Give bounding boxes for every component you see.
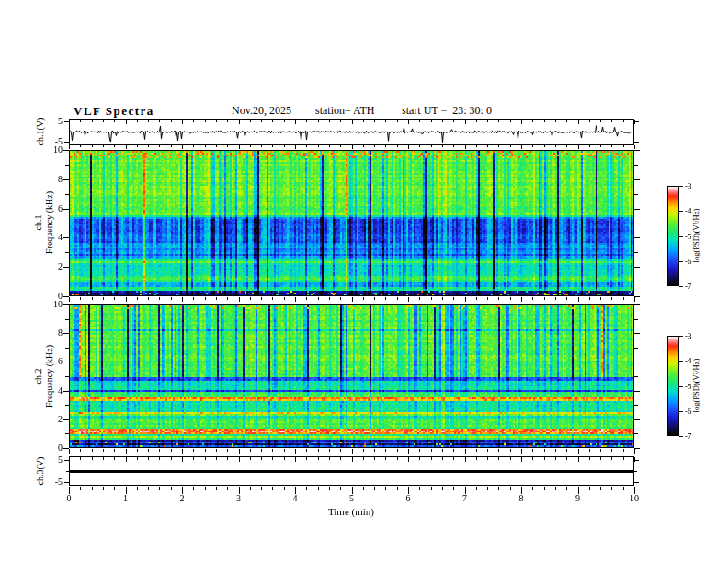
colorbar-tick-label: -4	[685, 356, 705, 365]
x-tick-label: 8	[507, 493, 535, 504]
colorbar-2	[667, 336, 679, 436]
x-tick-label: 2	[168, 493, 196, 504]
y-tick-label: 5	[39, 454, 63, 465]
y-tick-label: 6	[39, 356, 63, 367]
x-tick-label: 10	[620, 493, 648, 504]
x-tick-label: 3	[225, 493, 253, 504]
y-tick-label: 2	[39, 414, 63, 425]
colorbar-tick-label: -6	[685, 257, 705, 266]
start-ut-label: start UT = 23: 30: 0	[402, 104, 492, 118]
spectrogram-canvas-ch2	[70, 305, 633, 447]
colorbar-tick-label: -5	[685, 232, 705, 241]
time-axis-label: Time (min)	[287, 506, 415, 517]
colorbar-1	[667, 186, 679, 286]
x-tick-label: 1	[112, 493, 140, 504]
y-tick-label: 10	[39, 299, 63, 310]
y-tick-label: -5	[39, 477, 63, 488]
waveform-canvas-ch1	[70, 120, 633, 144]
colorbar-tick-label: -3	[685, 181, 705, 190]
x-tick-label: 7	[451, 493, 479, 504]
y-tick-label: 5	[39, 116, 63, 127]
waveform-canvas-ch3	[70, 457, 633, 485]
colorbar-2-gradient	[668, 337, 678, 435]
spectrogram-panel-ch1	[69, 150, 634, 296]
waveform-panel-ch3	[69, 456, 634, 486]
y-tick-label: 2	[39, 261, 63, 272]
y-tick-label: 8	[39, 327, 63, 339]
x-tick-label: 6	[394, 493, 422, 504]
y-tick-label: 4	[39, 232, 63, 243]
colorbar-tick-label: -7	[685, 282, 705, 291]
colorbar-tick-label: -3	[685, 331, 705, 340]
y-tick-label: -5	[39, 136, 63, 147]
wave3-y-axis-label: ch.3(V)	[35, 416, 48, 526]
x-tick-label: 4	[281, 493, 309, 504]
colorbar-tick-label: -6	[685, 407, 705, 416]
spectrogram-panel-ch2	[69, 304, 634, 448]
station-label: station= ATH	[315, 104, 374, 118]
waveform-panel-ch1	[69, 119, 634, 145]
spectrogram-canvas-ch1	[70, 151, 633, 295]
y-tick-label: 0	[39, 442, 63, 454]
colorbar-tick-label: -7	[685, 431, 705, 441]
figure-date: Nov.20, 2025	[232, 104, 291, 118]
x-tick-label: 9	[564, 493, 592, 504]
x-tick-label: 5	[338, 493, 366, 504]
y-tick-label: 6	[39, 203, 63, 214]
y-tick-label: 4	[39, 385, 63, 396]
colorbar-tick-label: -5	[685, 382, 705, 391]
vlf-spectra-figure: VLF Spectra Nov.20, 2025 station= ATH st…	[0, 0, 728, 563]
x-tick-label: 0	[55, 493, 83, 504]
colorbar-tick-label: -4	[685, 206, 705, 215]
figure-title: VLF Spectra	[74, 104, 154, 119]
colorbar-1-gradient	[668, 187, 678, 285]
y-tick-label: 8	[39, 174, 63, 185]
